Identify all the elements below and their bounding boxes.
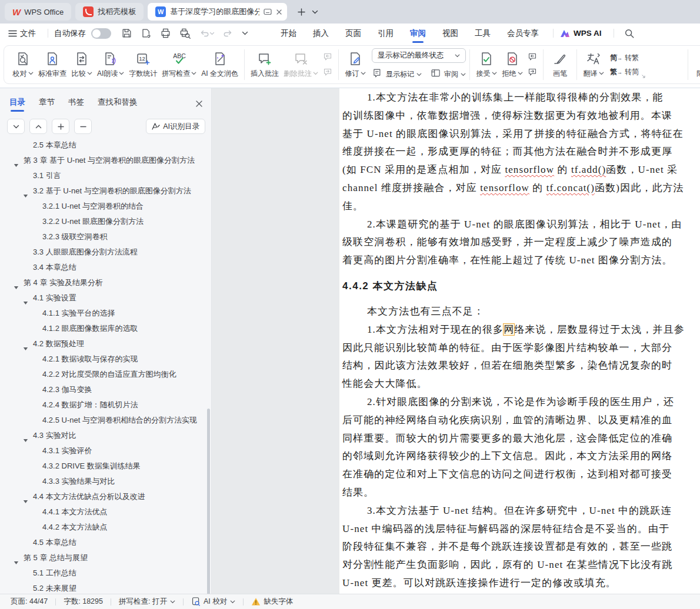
toc-item[interactable]: 2.5 本章总结 xyxy=(0,141,205,153)
menu-tab-member[interactable]: 会员专享 xyxy=(507,25,539,42)
translate-button[interactable]: 翻译 xyxy=(581,47,606,82)
restrict-edit-button[interactable]: 限制 xyxy=(692,47,700,82)
undo-button[interactable] xyxy=(199,28,215,39)
ai-read-button[interactable]: AI朗读 xyxy=(95,47,126,82)
word-count-indicator[interactable]: 字数: 18295 xyxy=(64,597,103,607)
toolbar-more-dropdown[interactable] xyxy=(242,31,248,35)
toc-item[interactable]: 3.2.3 级联空洞卷积 xyxy=(0,229,205,245)
menu-tab-reference[interactable]: 引用 xyxy=(378,25,394,42)
spell-check-button[interactable]: ABC拼写检查 xyxy=(159,47,199,82)
toc-item[interactable]: 3.2 基于 U-net 与空洞卷积的眼底图像分割方法 xyxy=(0,183,205,199)
toc-item[interactable]: 4.2.1 数据读取与保存的实现 xyxy=(0,352,205,367)
toc-item[interactable]: 第 4 章 实验及结果分析 xyxy=(0,275,205,290)
ai-recognize-toc-button[interactable]: AI识别目录 xyxy=(146,119,205,134)
hamburger-menu-button[interactable]: 文件 xyxy=(8,28,36,39)
toc-item[interactable]: 4.1.1 实验平台的选择 xyxy=(0,306,205,321)
track-changes-button[interactable]: 修订 xyxy=(342,47,368,82)
print-preview-button[interactable] xyxy=(179,28,191,39)
screen-share-icon[interactable] xyxy=(264,8,272,15)
tab-chapters[interactable]: 章节 xyxy=(39,97,55,112)
markup-state-select[interactable]: 显示标记的最终状态 xyxy=(372,48,466,63)
collapse-up-button[interactable] xyxy=(29,119,47,134)
menu-tab-tools[interactable]: 工具 xyxy=(475,25,491,42)
ai-polish-button[interactable]: AI 全文润色 xyxy=(199,47,241,82)
std-review-button[interactable]: 标准审查 xyxy=(36,47,69,82)
show-markup-button[interactable]: 显示标记 xyxy=(372,68,422,81)
zoom-out-toc-button[interactable] xyxy=(74,119,92,134)
collapse-arrow-icon[interactable] xyxy=(23,295,28,306)
toc-item[interactable]: 5.2 未来展望 xyxy=(0,581,205,594)
pen-button[interactable]: 画笔 xyxy=(547,47,573,82)
compare-button[interactable]: 比较 xyxy=(69,47,95,82)
toc-item[interactable]: 4.2.2 对比度受限的自适应直方图均衡化 xyxy=(0,367,205,382)
previous-comment-button[interactable] xyxy=(322,52,334,62)
toc-item[interactable]: 5.1 工作总结 xyxy=(0,566,205,581)
collapse-arrow-icon[interactable] xyxy=(23,188,28,199)
expand-down-button[interactable] xyxy=(7,119,25,134)
toc-item[interactable]: 3.2.1 U-net 与空洞卷积的结合 xyxy=(0,199,205,214)
simplified-to-traditional-button[interactable]: 简→转繁 xyxy=(610,53,639,63)
toc-item[interactable]: 3.2.2 U-net 眼底图像分割方法 xyxy=(0,214,205,229)
autosave-toggle[interactable] xyxy=(91,28,111,39)
window-tab-2[interactable]: W基于深度学习的眼底图像分割 xyxy=(148,3,287,21)
save-button[interactable] xyxy=(121,28,132,39)
menu-tab-view[interactable]: 视图 xyxy=(442,25,458,42)
toc-item[interactable]: 4.2.3 伽马变换 xyxy=(0,382,205,397)
collapse-arrow-icon[interactable] xyxy=(23,341,28,352)
menu-tab-insert[interactable]: 插入 xyxy=(313,25,329,42)
collapse-arrow-icon[interactable] xyxy=(23,433,28,443)
reject-button[interactable]: 拒绝 xyxy=(499,47,525,82)
menu-tab-page[interactable]: 页面 xyxy=(345,25,361,42)
redo-button[interactable] xyxy=(223,28,234,39)
toc-item[interactable]: 4.2.4 数据扩增：随机切片法 xyxy=(0,397,205,413)
autosave-control[interactable]: 自动保存 xyxy=(54,28,111,39)
collapse-arrow-icon[interactable] xyxy=(14,158,19,168)
toc-item[interactable]: 4.4.1 本文方法优点 xyxy=(0,504,205,520)
collapse-arrow-icon[interactable] xyxy=(14,280,19,290)
menu-tab-home[interactable]: 开始 xyxy=(281,25,296,42)
toc-item[interactable]: 4.5 本章总结 xyxy=(0,535,205,550)
traditional-to-simplified-button[interactable]: 繁→转简 xyxy=(610,67,639,77)
toc-item[interactable]: 4.1 实验设置 xyxy=(0,290,205,306)
previous-change-button[interactable] xyxy=(526,52,538,62)
toc-item[interactable]: 3.4 本章总结 xyxy=(0,260,205,275)
toc-item[interactable]: 4.2 数据预处理 xyxy=(0,336,205,352)
close-tab-icon[interactable] xyxy=(276,9,282,15)
missing-font-warning[interactable]: 缺失字体 xyxy=(251,597,293,607)
close-sidebar-button[interactable] xyxy=(195,100,203,109)
search-button[interactable] xyxy=(624,28,635,39)
next-comment-button[interactable] xyxy=(322,67,334,78)
toc-item[interactable]: 4.4.2 本文方法缺点 xyxy=(0,520,205,535)
window-tab-1[interactable]: 找稻壳模板 xyxy=(75,3,144,21)
next-change-button[interactable] xyxy=(526,67,538,78)
window-tab-0[interactable]: WWPS Office xyxy=(5,3,71,21)
accept-button[interactable]: 接受 xyxy=(474,47,499,82)
tab-toc[interactable]: 目录 xyxy=(9,97,25,112)
toc-item[interactable]: 4.3 实验对比 xyxy=(0,428,205,443)
toc-item[interactable]: 4.3.3 实验结果与对比 xyxy=(0,474,205,489)
insert-comment-button[interactable]: 插入批注 xyxy=(248,47,281,82)
toc-item[interactable]: 4.1.2 眼底图像数据库的选取 xyxy=(0,321,205,336)
new-tab-button[interactable] xyxy=(297,8,306,16)
dialog-launcher-icon[interactable] xyxy=(641,71,646,81)
toc-item[interactable]: 3.1 引言 xyxy=(0,168,205,183)
menu-tab-review[interactable]: 审阅 xyxy=(410,25,426,42)
collapse-arrow-icon[interactable] xyxy=(23,494,28,504)
delete-comment-button[interactable]: 删除批注 xyxy=(281,47,321,82)
proofread-button[interactable]: 校对 xyxy=(10,47,36,82)
tab-list-dropdown[interactable] xyxy=(312,10,318,14)
collapse-arrow-icon[interactable] xyxy=(14,555,19,566)
toc-item[interactable]: 4.3.1 实验评价 xyxy=(0,443,205,459)
ai-proofread-status[interactable]: AI 校对 xyxy=(191,597,235,607)
toc-item[interactable]: 3.3 人眼眼底图像分割方法流程 xyxy=(0,245,205,260)
toc-item[interactable]: 4.4 本文方法优缺点分析以及改进 xyxy=(0,489,205,504)
export-pdf-button[interactable] xyxy=(141,28,152,39)
toc-item[interactable]: 4.2.5 U-net 与空洞卷积相结合的分割方法实现 xyxy=(0,413,205,428)
zoom-in-toc-button[interactable] xyxy=(52,119,69,134)
tab-find-replace[interactable]: 查找和替换 xyxy=(98,97,138,112)
print-button[interactable] xyxy=(160,28,171,39)
tab-bookmarks[interactable]: 书签 xyxy=(68,97,84,112)
spellcheck-status[interactable]: 拼写检查: 打开 xyxy=(119,597,175,607)
document-page[interactable]: 1.本文方法在非常小的训练集上一样能取得很棒的分割效果，能的训练图像中，依靠数据… xyxy=(339,88,700,594)
word-count-button[interactable]: 12字数统计 xyxy=(126,47,159,82)
